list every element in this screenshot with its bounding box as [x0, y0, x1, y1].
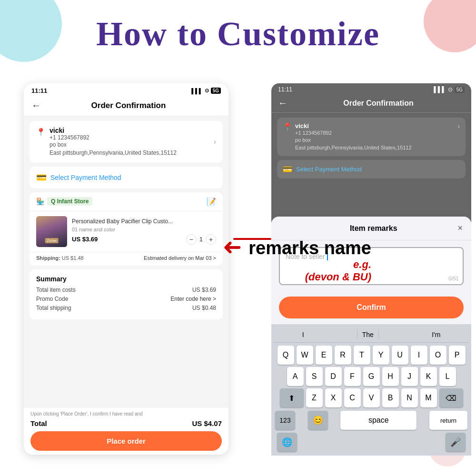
- key-T[interactable]: T: [354, 346, 370, 365]
- keyboard-row-2: A S D F G H J K L: [273, 367, 469, 386]
- phone-right-screenshot: 11:11 ▌▌▌ ⊙ 5G ← Order Confirmation 📍 vi…: [271, 83, 471, 231]
- total-shipping-label: Total shipping: [36, 305, 71, 311]
- key-R[interactable]: R: [335, 346, 351, 365]
- confirm-button[interactable]: Confirm: [279, 297, 464, 318]
- payment-icon: 💳: [36, 172, 47, 183]
- key-return[interactable]: return: [429, 411, 467, 430]
- address-card: 📍 vicki +1 1234567892 po box East pittsb…: [30, 121, 223, 163]
- key-Q[interactable]: Q: [278, 346, 294, 365]
- key-O[interactable]: O: [430, 346, 446, 365]
- key-space[interactable]: space: [340, 411, 416, 430]
- key-X[interactable]: X: [325, 388, 342, 407]
- note-icon[interactable]: 📝: [207, 197, 216, 206]
- key-numbers[interactable]: 123: [275, 411, 295, 430]
- header-title-left: Order Confirmation: [46, 101, 211, 110]
- total-shipping-value: US $0.48: [192, 305, 216, 311]
- key-backspace[interactable]: ⌫: [439, 388, 463, 407]
- key-P[interactable]: P: [449, 346, 466, 365]
- key-J[interactable]: J: [401, 367, 418, 386]
- key-U[interactable]: U: [392, 346, 408, 365]
- total-items-value: US $3.69: [192, 287, 216, 293]
- promo-label: Promo Code: [36, 296, 68, 302]
- keyboard-row-3: ⬆ Z X C V B N M ⌫: [273, 388, 469, 407]
- suggestion-I[interactable]: I: [298, 330, 309, 339]
- product-image: Zohar: [36, 216, 67, 247]
- summary-card: Summary Total item costs US $3.69 Promo …: [30, 269, 223, 319]
- bottom-bar: Upon clicking 'Place Order', I confirm I…: [24, 407, 228, 455]
- dark-address-pobox: po box: [295, 137, 457, 144]
- page-title: How to Customize: [0, 14, 476, 54]
- disclaimer-text: Upon clicking 'Place Order', I confirm I…: [30, 411, 222, 416]
- store-icon: 🏪: [36, 198, 44, 205]
- keyboard-bottom-row: 123 😊 space return: [273, 410, 469, 431]
- product-tag: Zohar: [45, 238, 59, 243]
- back-button-right[interactable]: ←: [278, 98, 288, 109]
- key-K[interactable]: K: [420, 367, 437, 386]
- remarks-name-label: remarks name: [248, 238, 371, 258]
- key-Y[interactable]: Y: [373, 346, 389, 365]
- status-bar-right: 11:11 ▌▌▌ ⊙ 5G: [271, 83, 471, 96]
- store-name-row: 🏪 Q Infant Store: [36, 197, 92, 206]
- key-A[interactable]: A: [287, 367, 304, 386]
- key-V[interactable]: V: [363, 388, 380, 407]
- address-chevron[interactable]: ›: [214, 138, 216, 146]
- key-B[interactable]: B: [382, 388, 399, 407]
- key-N[interactable]: N: [401, 388, 418, 407]
- address-info: vicki +1 1234567892 po box East pittsbur…: [50, 127, 214, 157]
- qty-increase[interactable]: +: [206, 234, 216, 245]
- key-shift[interactable]: ⬆: [280, 388, 304, 407]
- key-F[interactable]: F: [344, 367, 361, 386]
- remarks-annotation: remarks name e.g. (devon & BU): [248, 238, 371, 283]
- red-arrow: ➜: [223, 233, 242, 260]
- address-name: vicki: [50, 127, 214, 134]
- remarks-example-label: (devon & BU): [248, 271, 371, 283]
- key-H[interactable]: H: [382, 367, 399, 386]
- place-order-button[interactable]: Place order: [30, 431, 222, 451]
- dark-address-phone: +1 1234567892: [295, 129, 457, 137]
- suggestion-Im[interactable]: I'm: [427, 330, 445, 339]
- qty-decrease[interactable]: −: [186, 234, 197, 245]
- payment-row: 💳 Select Payment Method: [36, 172, 216, 183]
- dark-payment-label: Select Payment Method: [296, 166, 362, 173]
- phone-header-left: ← Order Confirmation: [24, 98, 228, 116]
- key-D[interactable]: D: [325, 367, 342, 386]
- address-phone: +1 1234567892: [50, 134, 214, 141]
- key-I[interactable]: I: [411, 346, 427, 365]
- product-info: Personalized Baby Pacifier Clip Custo...…: [72, 218, 216, 245]
- key-W[interactable]: W: [297, 346, 313, 365]
- key-G[interactable]: G: [363, 367, 380, 386]
- modal-close-button[interactable]: ×: [457, 223, 463, 233]
- dark-address-name: vicki: [295, 122, 457, 129]
- modal-title: Item remarks: [289, 224, 457, 233]
- dark-payment-card[interactable]: 💳 Select Payment Method: [277, 160, 466, 178]
- dark-address-info: vicki +1 1234567892 po box East pittsbur…: [295, 122, 457, 151]
- dark-address-location: East pittsburgh,Pennsylvania,United Stat…: [295, 144, 457, 151]
- qty-value: 1: [199, 236, 203, 243]
- product-price: US $3.69: [72, 236, 98, 243]
- total-value: US $4.07: [192, 419, 222, 427]
- back-button-left[interactable]: ←: [31, 100, 41, 111]
- key-C[interactable]: C: [344, 388, 361, 407]
- key-mic[interactable]: 🎤: [446, 433, 466, 452]
- suggestion-The[interactable]: The: [357, 330, 379, 339]
- char-count: 0/51: [449, 276, 459, 281]
- keyboard-suggestions: I The I'm: [273, 327, 469, 343]
- dark-address-row: 📍 vicki +1 1234567892 po box East pittsb…: [283, 122, 460, 151]
- dark-location-icon: 📍: [283, 122, 292, 131]
- shipping-cost: US $1.48: [62, 255, 84, 261]
- key-E[interactable]: E: [316, 346, 332, 365]
- keyboard: I The I'm Q W E R T Y U I O P A S D F G …: [271, 324, 471, 456]
- payment-card[interactable]: 💳 Select Payment Method: [30, 167, 223, 188]
- address-pobox: po box: [50, 141, 214, 149]
- summary-promo[interactable]: Promo Code Enter code here >: [36, 296, 216, 302]
- time-left: 11:11: [31, 87, 47, 94]
- store-card: 🏪 Q Infant Store 📝 Zohar Personalized Ba…: [30, 192, 223, 266]
- key-S[interactable]: S: [306, 367, 323, 386]
- key-globe[interactable]: 🌐: [277, 433, 297, 452]
- key-Z[interactable]: Z: [306, 388, 323, 407]
- key-emoji[interactable]: 😊: [308, 411, 328, 430]
- key-M[interactable]: M: [420, 388, 437, 407]
- dark-address-chevron[interactable]: ›: [457, 122, 460, 130]
- shipping-label: Shipping:: [36, 255, 60, 261]
- key-L[interactable]: L: [439, 367, 456, 386]
